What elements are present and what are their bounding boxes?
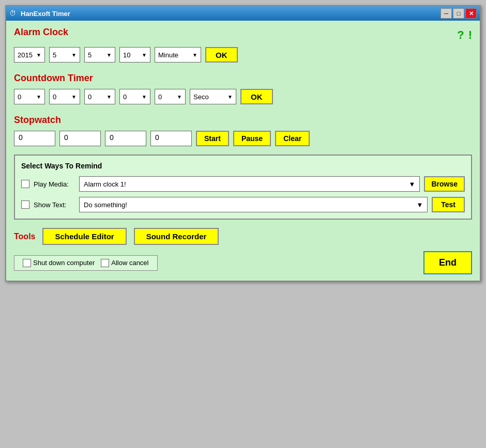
- alarm-clock-header-row: Alarm Clock ? !: [14, 27, 472, 43]
- shutdown-checkbox[interactable]: [23, 259, 31, 267]
- show-text-value: Do something!: [84, 201, 127, 209]
- remind-box: Select Ways To Remind Play Media: Alarm …: [14, 155, 472, 220]
- window-title: HanExoft Timer: [21, 10, 70, 18]
- alarm-month-arrow-icon: ▼: [71, 52, 77, 58]
- stopwatch-controls: 0 0 0 0 Start Pause Clear: [14, 131, 472, 146]
- countdown-field-3-dropdown[interactable]: 0 ▼: [119, 89, 150, 104]
- allow-cancel-checkbox[interactable]: [101, 259, 109, 267]
- stopwatch-field-0: 0: [14, 131, 55, 146]
- stopwatch-start-button[interactable]: Start: [196, 131, 229, 146]
- alarm-day-value: 5: [88, 51, 92, 59]
- alarm-time-dropdown[interactable]: 10 ▼: [119, 47, 150, 63]
- alarm-year-arrow-icon: ▼: [36, 52, 41, 58]
- checkboxes-row: Shut down computer Allow cancel: [14, 255, 158, 271]
- allow-cancel-check-item: Allow cancel: [101, 259, 148, 267]
- title-bar-buttons: ─ □ ✕: [441, 8, 477, 19]
- stopwatch-field-2: 0: [105, 131, 146, 146]
- alarm-day-arrow-icon: ▼: [107, 52, 112, 58]
- stopwatch-field-1: 0: [59, 131, 101, 146]
- help-exclamation-icon[interactable]: !: [468, 28, 472, 42]
- end-button[interactable]: End: [423, 251, 472, 274]
- countdown-field-4-arrow-icon: ▼: [177, 94, 182, 100]
- alarm-controls: 2015 ▼ 5 ▼ 5 ▼ 10 ▼ Minute ▼ OK: [14, 47, 472, 63]
- main-window: ⏱ HanExoft Timer ─ □ ✕ Alarm Clock ? ! 2…: [5, 5, 481, 282]
- countdown-field-3-arrow-icon: ▼: [142, 94, 147, 100]
- close-button[interactable]: ✕: [465, 8, 477, 19]
- play-media-checkbox[interactable]: [21, 180, 29, 188]
- alarm-day-dropdown[interactable]: 5 ▼: [84, 47, 115, 63]
- countdown-field-1-value: 0: [53, 93, 56, 101]
- show-text-label: Show Text:: [34, 201, 75, 209]
- stopwatch-field-3: 0: [150, 131, 192, 146]
- play-media-value: Alarm clock 1!: [84, 180, 126, 188]
- countdown-field-1-dropdown[interactable]: 0 ▼: [49, 89, 80, 104]
- countdown-unit-value: Seco: [193, 93, 209, 101]
- title-bar-left: ⏱ HanExoft Timer: [9, 9, 70, 18]
- show-text-checkbox[interactable]: [21, 200, 29, 209]
- countdown-field-0-value: 0: [18, 93, 21, 101]
- app-icon: ⏱: [9, 9, 18, 18]
- countdown-field-1-arrow-icon: ▼: [71, 94, 77, 100]
- alarm-unit-dropdown[interactable]: Minute ▼: [155, 47, 201, 63]
- alarm-month-value: 5: [53, 51, 56, 59]
- test-button[interactable]: Test: [432, 197, 465, 212]
- alarm-year-dropdown[interactable]: 2015 ▼: [14, 47, 45, 63]
- countdown-field-0-arrow-icon: ▼: [36, 94, 41, 100]
- bottom-row: Shut down computer Allow cancel End: [14, 251, 472, 274]
- minimize-button[interactable]: ─: [441, 8, 452, 19]
- alarm-clock-header: Alarm Clock ? !: [14, 27, 472, 43]
- schedule-editor-button[interactable]: Schedule Editor: [42, 228, 126, 245]
- play-media-arrow-icon: ▼: [409, 180, 416, 188]
- shutdown-label: Shut down computer: [33, 259, 95, 267]
- stopwatch-title: Stopwatch: [14, 115, 472, 126]
- countdown-field-2-dropdown[interactable]: 0 ▼: [84, 89, 115, 104]
- sound-recorder-button[interactable]: Sound Recorder: [134, 228, 219, 245]
- countdown-field-4-value: 0: [158, 93, 162, 101]
- countdown-title: Countdown Timer: [14, 73, 472, 84]
- remind-title: Select Ways To Remind: [21, 162, 465, 170]
- countdown-unit-dropdown[interactable]: Seco ▼: [190, 89, 236, 104]
- stopwatch-pause-button[interactable]: Pause: [233, 131, 271, 146]
- stopwatch-clear-button[interactable]: Clear: [275, 131, 310, 146]
- countdown-field-0-dropdown[interactable]: 0 ▼: [14, 89, 45, 104]
- main-content: Alarm Clock ? ! 2015 ▼ 5 ▼ 5 ▼ 10: [6, 21, 480, 281]
- alarm-unit-arrow-icon: ▼: [192, 52, 198, 58]
- alarm-year-value: 2015: [18, 51, 33, 59]
- tools-row: Tools Schedule Editor Sound Recorder: [14, 228, 472, 245]
- alarm-month-dropdown[interactable]: 5 ▼: [49, 47, 80, 63]
- alarm-clock-title: Alarm Clock: [14, 27, 68, 38]
- allow-cancel-label: Allow cancel: [111, 259, 148, 267]
- tools-label: Tools: [14, 232, 35, 241]
- help-question-icon[interactable]: ?: [457, 28, 464, 42]
- countdown-ok-button[interactable]: OK: [240, 89, 273, 104]
- countdown-unit-arrow-icon: ▼: [227, 94, 233, 100]
- maximize-button[interactable]: □: [453, 8, 464, 19]
- countdown-controls: 0 ▼ 0 ▼ 0 ▼ 0 ▼ 0 ▼ Seco ▼ OK: [14, 89, 472, 104]
- shutdown-check-item: Shut down computer: [23, 259, 95, 267]
- countdown-field-2-arrow-icon: ▼: [107, 94, 112, 100]
- play-media-row: Play Media: Alarm clock 1! ▼ Browse: [21, 176, 465, 192]
- play-media-label: Play Media:: [34, 180, 75, 188]
- alarm-unit-value: Minute: [158, 51, 178, 59]
- countdown-field-3-value: 0: [123, 93, 127, 101]
- show-text-dropdown[interactable]: Do something! ▼: [79, 197, 428, 212]
- title-bar: ⏱ HanExoft Timer ─ □ ✕: [6, 6, 480, 21]
- countdown-field-2-value: 0: [88, 93, 92, 101]
- play-media-dropdown[interactable]: Alarm clock 1! ▼: [79, 176, 420, 192]
- show-text-row: Show Text: Do something! ▼ Test: [21, 197, 465, 212]
- show-text-arrow-icon: ▼: [416, 201, 423, 209]
- browse-button[interactable]: Browse: [424, 176, 465, 192]
- alarm-time-value: 10: [123, 51, 130, 59]
- countdown-field-4-dropdown[interactable]: 0 ▼: [155, 89, 186, 104]
- alarm-ok-button[interactable]: OK: [205, 47, 238, 63]
- alarm-time-arrow-icon: ▼: [142, 52, 147, 58]
